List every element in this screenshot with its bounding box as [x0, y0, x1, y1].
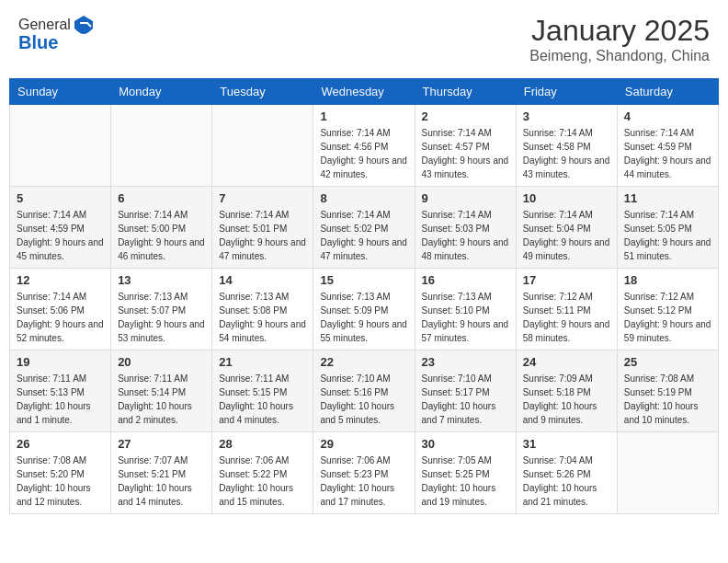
day-info: Sunrise: 7:05 AMSunset: 5:25 PMDaylight:… — [422, 454, 509, 509]
calendar-cell: 17Sunrise: 7:12 AMSunset: 5:11 PMDayligh… — [516, 269, 617, 350]
calendar-cell: 18Sunrise: 7:12 AMSunset: 5:12 PMDayligh… — [617, 269, 718, 350]
day-number: 1 — [320, 109, 407, 123]
day-number: 7 — [219, 191, 306, 205]
calendar-cell: 23Sunrise: 7:10 AMSunset: 5:17 PMDayligh… — [415, 350, 516, 432]
calendar-week-1: 1Sunrise: 7:14 AMSunset: 4:56 PMDaylight… — [10, 105, 719, 187]
day-info: Sunrise: 7:06 AMSunset: 5:23 PMDaylight:… — [320, 454, 407, 509]
calendar-cell: 10Sunrise: 7:14 AMSunset: 5:04 PMDayligh… — [516, 187, 617, 269]
logo: General Blue — [18, 14, 95, 53]
day-info: Sunrise: 7:10 AMSunset: 5:16 PMDaylight:… — [320, 372, 407, 427]
calendar-cell — [212, 105, 313, 187]
day-number: 22 — [320, 355, 407, 369]
day-info: Sunrise: 7:12 AMSunset: 5:11 PMDaylight:… — [523, 290, 610, 345]
day-info: Sunrise: 7:11 AMSunset: 5:14 PMDaylight:… — [118, 372, 205, 427]
day-info: Sunrise: 7:14 AMSunset: 5:04 PMDaylight:… — [523, 208, 610, 263]
day-info: Sunrise: 7:14 AMSunset: 4:59 PMDaylight:… — [17, 208, 104, 263]
location: Beimeng, Shandong, China — [529, 48, 710, 64]
calendar-cell: 19Sunrise: 7:11 AMSunset: 5:13 PMDayligh… — [10, 350, 111, 432]
day-number: 8 — [320, 191, 407, 205]
weekday-header-sunday: Sunday — [10, 79, 111, 105]
calendar-cell: 2Sunrise: 7:14 AMSunset: 4:57 PMDaylight… — [415, 105, 516, 187]
day-number: 6 — [118, 191, 205, 205]
day-info: Sunrise: 7:07 AMSunset: 5:21 PMDaylight:… — [118, 454, 205, 509]
day-info: Sunrise: 7:13 AMSunset: 5:07 PMDaylight:… — [118, 290, 205, 345]
weekday-header-friday: Friday — [516, 79, 617, 105]
weekday-header-thursday: Thursday — [415, 79, 516, 105]
month-title: January 2025 — [529, 14, 710, 48]
weekday-header-tuesday: Tuesday — [212, 79, 313, 105]
day-number: 4 — [624, 109, 711, 123]
calendar-cell: 20Sunrise: 7:11 AMSunset: 5:14 PMDayligh… — [111, 350, 212, 432]
day-number: 27 — [118, 437, 205, 451]
day-info: Sunrise: 7:14 AMSunset: 5:00 PMDaylight:… — [118, 208, 205, 263]
calendar-cell: 12Sunrise: 7:14 AMSunset: 5:06 PMDayligh… — [10, 269, 111, 350]
calendar-cell: 7Sunrise: 7:14 AMSunset: 5:01 PMDaylight… — [212, 187, 313, 269]
day-number: 17 — [523, 273, 610, 287]
day-number: 28 — [219, 437, 306, 451]
calendar-cell: 30Sunrise: 7:05 AMSunset: 5:25 PMDayligh… — [415, 432, 516, 514]
day-number: 9 — [422, 191, 509, 205]
day-info: Sunrise: 7:14 AMSunset: 4:59 PMDaylight:… — [624, 126, 711, 181]
calendar-cell: 3Sunrise: 7:14 AMSunset: 4:58 PMDaylight… — [516, 105, 617, 187]
day-number: 15 — [320, 273, 407, 287]
day-number: 13 — [118, 273, 205, 287]
day-info: Sunrise: 7:14 AMSunset: 5:05 PMDaylight:… — [624, 208, 711, 263]
day-info: Sunrise: 7:09 AMSunset: 5:18 PMDaylight:… — [523, 372, 610, 427]
day-number: 12 — [17, 273, 104, 287]
day-number: 2 — [422, 109, 509, 123]
day-number: 24 — [523, 355, 610, 369]
day-info: Sunrise: 7:14 AMSunset: 5:02 PMDaylight:… — [320, 208, 407, 263]
calendar-week-2: 5Sunrise: 7:14 AMSunset: 4:59 PMDaylight… — [10, 187, 719, 269]
day-number: 26 — [17, 437, 104, 451]
calendar-cell: 5Sunrise: 7:14 AMSunset: 4:59 PMDaylight… — [10, 187, 111, 269]
day-number: 21 — [219, 355, 306, 369]
day-info: Sunrise: 7:11 AMSunset: 5:15 PMDaylight:… — [219, 372, 306, 427]
page-header: General Blue January 2025 Beimeng, Shand… — [9, 9, 719, 69]
day-info: Sunrise: 7:13 AMSunset: 5:09 PMDaylight:… — [320, 290, 407, 345]
day-number: 10 — [523, 191, 610, 205]
calendar-week-4: 19Sunrise: 7:11 AMSunset: 5:13 PMDayligh… — [10, 350, 719, 432]
day-info: Sunrise: 7:08 AMSunset: 5:19 PMDaylight:… — [624, 372, 711, 427]
calendar-cell — [617, 432, 718, 514]
day-number: 23 — [422, 355, 509, 369]
day-info: Sunrise: 7:06 AMSunset: 5:22 PMDaylight:… — [219, 454, 306, 509]
day-info: Sunrise: 7:14 AMSunset: 4:58 PMDaylight:… — [523, 126, 610, 181]
calendar-cell: 22Sunrise: 7:10 AMSunset: 5:16 PMDayligh… — [313, 350, 415, 432]
day-number: 20 — [118, 355, 205, 369]
day-info: Sunrise: 7:04 AMSunset: 5:26 PMDaylight:… — [523, 454, 610, 509]
calendar-cell: 16Sunrise: 7:13 AMSunset: 5:10 PMDayligh… — [415, 269, 516, 350]
calendar-cell: 28Sunrise: 7:06 AMSunset: 5:22 PMDayligh… — [212, 432, 313, 514]
weekday-header-row: SundayMondayTuesdayWednesdayThursdayFrid… — [10, 79, 719, 105]
day-number: 25 — [624, 355, 711, 369]
day-number: 5 — [17, 191, 104, 205]
day-number: 3 — [523, 109, 610, 123]
calendar-cell: 13Sunrise: 7:13 AMSunset: 5:07 PMDayligh… — [111, 269, 212, 350]
calendar-cell: 6Sunrise: 7:14 AMSunset: 5:00 PMDaylight… — [111, 187, 212, 269]
day-number: 19 — [17, 355, 104, 369]
day-info: Sunrise: 7:13 AMSunset: 5:08 PMDaylight:… — [219, 290, 306, 345]
calendar-table: SundayMondayTuesdayWednesdayThursdayFrid… — [9, 78, 719, 514]
day-info: Sunrise: 7:14 AMSunset: 5:06 PMDaylight:… — [17, 290, 104, 345]
calendar-week-5: 26Sunrise: 7:08 AMSunset: 5:20 PMDayligh… — [10, 432, 719, 514]
day-info: Sunrise: 7:10 AMSunset: 5:17 PMDaylight:… — [422, 372, 509, 427]
calendar-week-3: 12Sunrise: 7:14 AMSunset: 5:06 PMDayligh… — [10, 269, 719, 350]
day-number: 11 — [624, 191, 711, 205]
calendar-cell: 11Sunrise: 7:14 AMSunset: 5:05 PMDayligh… — [617, 187, 718, 269]
calendar-cell: 4Sunrise: 7:14 AMSunset: 4:59 PMDaylight… — [617, 105, 718, 187]
day-number: 14 — [219, 273, 306, 287]
calendar-cell: 31Sunrise: 7:04 AMSunset: 5:26 PMDayligh… — [516, 432, 617, 514]
day-info: Sunrise: 7:14 AMSunset: 4:56 PMDaylight:… — [320, 126, 407, 181]
weekday-header-wednesday: Wednesday — [313, 79, 415, 105]
calendar-cell: 29Sunrise: 7:06 AMSunset: 5:23 PMDayligh… — [313, 432, 415, 514]
calendar-cell: 15Sunrise: 7:13 AMSunset: 5:09 PMDayligh… — [313, 269, 415, 350]
calendar-cell: 9Sunrise: 7:14 AMSunset: 5:03 PMDaylight… — [415, 187, 516, 269]
weekday-header-monday: Monday — [111, 79, 212, 105]
day-info: Sunrise: 7:11 AMSunset: 5:13 PMDaylight:… — [17, 372, 104, 427]
day-info: Sunrise: 7:08 AMSunset: 5:20 PMDaylight:… — [17, 454, 104, 509]
calendar-cell: 24Sunrise: 7:09 AMSunset: 5:18 PMDayligh… — [516, 350, 617, 432]
calendar-cell: 26Sunrise: 7:08 AMSunset: 5:20 PMDayligh… — [10, 432, 111, 514]
day-info: Sunrise: 7:14 AMSunset: 4:57 PMDaylight:… — [422, 126, 509, 181]
calendar-cell: 25Sunrise: 7:08 AMSunset: 5:19 PMDayligh… — [617, 350, 718, 432]
day-info: Sunrise: 7:14 AMSunset: 5:01 PMDaylight:… — [219, 208, 306, 263]
calendar-cell: 14Sunrise: 7:13 AMSunset: 5:08 PMDayligh… — [212, 269, 313, 350]
